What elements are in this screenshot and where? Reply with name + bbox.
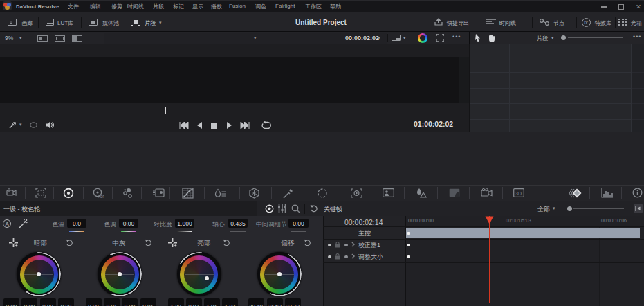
svg-text:HDR: HDR bbox=[98, 195, 104, 199]
svg-text:3D: 3D bbox=[515, 191, 522, 196]
